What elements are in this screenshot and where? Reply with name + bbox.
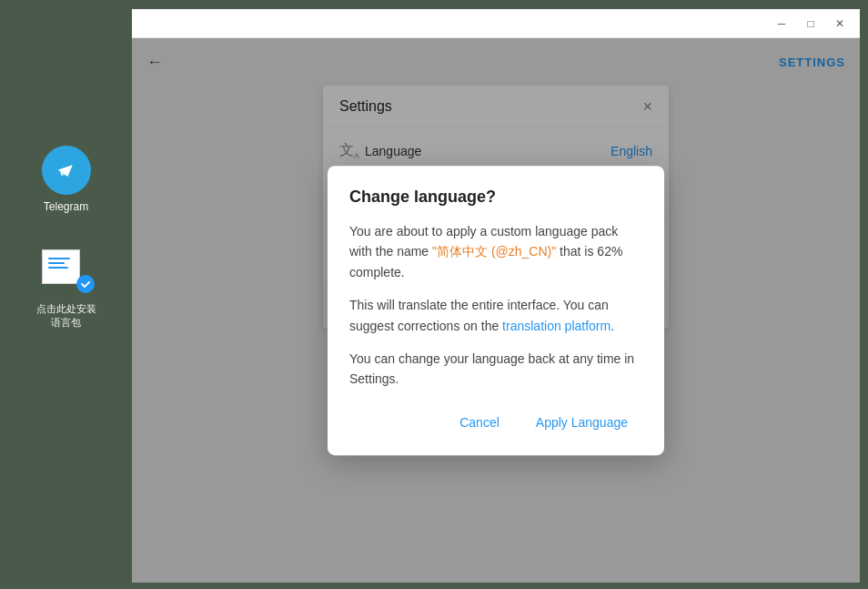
lp-badge [76,275,95,293]
title-bar-buttons: ─ □ ✕ [769,14,853,34]
lp-lines [48,258,70,269]
lp-line2 [48,262,65,264]
telegram-svg [52,156,81,185]
app-content: ← SETTINGS Settings × 文A Language Englis [132,38,860,583]
cancel-button[interactable]: Cancel [445,408,514,437]
lp-line1 [48,258,70,259]
maximize-button[interactable]: □ [798,14,823,34]
telegram-label: Telegram [44,200,88,213]
checkmark-icon [80,279,91,289]
dialog-title: Change language? [349,188,642,207]
language-pack-label: 点击此处安装 语言包 [36,302,96,330]
close-button[interactable]: ✕ [827,14,853,34]
dialog-body2-part2: . [611,319,614,333]
dialog-body1: You are about to apply a custom language… [349,221,642,282]
sidebar: Telegram 点击此处安装 [0,0,132,589]
dialog-actions: Cancel Apply Language [349,408,642,437]
desktop: Telegram 点击此处安装 [0,0,868,589]
dialog-body3: You can change your language back at any… [349,349,642,390]
minimize-button[interactable]: ─ [769,14,794,34]
apply-language-button[interactable]: Apply Language [521,408,642,437]
translation-platform-link[interactable]: translation platform [502,319,611,333]
dialog-body1-highlight: "简体中文 (@zh_CN)" [432,245,556,259]
lp-paper [42,249,80,284]
dialog-body2: This will translate the entire interface… [349,295,642,336]
app-window: ─ □ ✕ ← SETTINGS Settings × [132,9,860,583]
language-pack-desktop-icon[interactable]: 点击此处安装 语言包 [36,249,96,330]
change-language-dialog: Change language? You are about to apply … [328,166,664,455]
language-pack-icon [42,249,91,289]
title-bar: ─ □ ✕ [132,9,860,38]
telegram-icon [42,146,91,195]
settings-background: ← SETTINGS Settings × 文A Language Englis [132,38,860,583]
lp-line3 [48,267,68,269]
telegram-desktop-icon[interactable]: Telegram [42,146,91,213]
